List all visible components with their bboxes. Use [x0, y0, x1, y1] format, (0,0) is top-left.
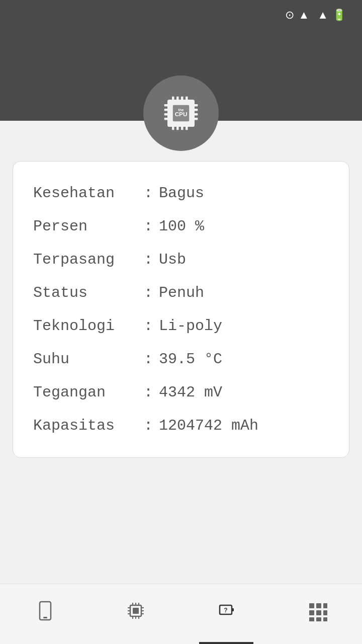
svg-rect-46: [316, 617, 321, 621]
info-separator: :: [144, 185, 153, 202]
info-separator: :: [144, 384, 153, 401]
nav-item-battery[interactable]: ?: [181, 584, 272, 644]
info-label: Kesehatan: [33, 185, 144, 202]
info-row-kesehatan: Kesehatan: Bagus: [33, 177, 329, 210]
info-label: Persen: [33, 218, 144, 235]
info-value: Bagus: [159, 185, 204, 202]
wifi-icon: ⊙: [285, 9, 294, 22]
info-value: 1204742 mAh: [159, 417, 258, 434]
info-value: Penuh: [159, 284, 204, 301]
status-icons: ⊙ ▲ ▲ 🔋: [285, 9, 350, 22]
svg-rect-39: [309, 603, 314, 608]
main-content: Kesehatan: BagusPersen: 100 %Terpasang: …: [0, 121, 362, 584]
info-label: Teknologi: [33, 317, 144, 335]
svg-rect-17: [194, 109, 198, 111]
svg-rect-19: [194, 118, 198, 120]
cpu-nav-icon: [125, 600, 146, 628]
nav-item-phone[interactable]: [0, 584, 90, 644]
battery-icon: 🔋: [332, 9, 346, 22]
info-separator: :: [144, 351, 153, 368]
info-label: Status: [33, 284, 144, 301]
svg-rect-16: [194, 104, 198, 107]
svg-rect-15: [164, 118, 168, 120]
svg-rect-9: [176, 126, 179, 130]
svg-rect-23: [133, 608, 139, 614]
info-label: Kapasitas: [33, 417, 144, 434]
info-label: Terpasang: [33, 251, 144, 268]
nav-item-grid[interactable]: [272, 584, 362, 644]
svg-rect-37: [232, 608, 234, 611]
app-header: the CPU: [0, 30, 362, 121]
info-value: 39.5 °C: [159, 351, 222, 368]
svg-rect-13: [164, 109, 168, 111]
grid-nav-icon: [306, 600, 327, 628]
info-label: Tegangan: [33, 384, 144, 401]
info-row-kapasitas: Kapasitas: 1204742 mAh: [33, 409, 329, 442]
info-card: Kesehatan: BagusPersen: 100 %Terpasang: …: [13, 161, 349, 458]
info-value: Usb: [159, 251, 186, 268]
nav-item-cpu[interactable]: [90, 584, 181, 644]
svg-rect-8: [172, 126, 174, 130]
signal-icon-2: ▲: [317, 9, 328, 22]
svg-rect-11: [186, 126, 188, 130]
svg-rect-40: [316, 603, 321, 608]
info-separator: :: [144, 218, 153, 235]
cpu-chip-icon: the CPU: [158, 91, 204, 136]
svg-rect-10: [181, 126, 184, 130]
info-row-tegangan: Tegangan: 4342 mV: [33, 376, 329, 409]
svg-rect-47: [323, 617, 327, 621]
svg-rect-5: [176, 97, 179, 100]
info-value: Li-poly: [159, 317, 222, 335]
info-value: 4342 mV: [159, 384, 222, 401]
status-bar: ⊙ ▲ ▲ 🔋: [0, 0, 362, 30]
svg-rect-4: [172, 97, 174, 100]
info-row-suhu: Suhu: 39.5 °C: [33, 343, 329, 376]
svg-text:?: ?: [224, 607, 227, 614]
info-value: 100 %: [159, 218, 204, 235]
bottom-nav: ?: [0, 584, 362, 644]
info-separator: :: [144, 251, 153, 268]
info-row-terpasang: Terpasang: Usb: [33, 243, 329, 276]
svg-rect-7: [186, 97, 188, 100]
svg-rect-42: [309, 610, 314, 615]
svg-rect-43: [316, 610, 321, 615]
svg-rect-41: [323, 603, 327, 608]
svg-text:CPU: CPU: [175, 111, 188, 117]
svg-rect-18: [194, 113, 198, 116]
svg-rect-21: [43, 617, 47, 618]
info-separator: :: [144, 284, 153, 301]
info-label: Suhu: [33, 351, 144, 368]
svg-rect-44: [323, 610, 327, 615]
battery-nav-icon: ?: [216, 600, 237, 628]
svg-rect-12: [164, 104, 168, 107]
phone-icon: [35, 600, 56, 628]
svg-rect-14: [164, 113, 168, 116]
cpu-icon-circle: the CPU: [143, 75, 219, 151]
signal-icon: ▲: [298, 9, 309, 22]
info-separator: :: [144, 417, 153, 434]
info-row-persen: Persen: 100 %: [33, 210, 329, 243]
info-row-status: Status: Penuh: [33, 276, 329, 309]
svg-rect-45: [309, 617, 314, 621]
info-row-teknologi: Teknologi: Li-poly: [33, 309, 329, 343]
info-separator: :: [144, 317, 153, 335]
svg-rect-6: [181, 97, 184, 100]
